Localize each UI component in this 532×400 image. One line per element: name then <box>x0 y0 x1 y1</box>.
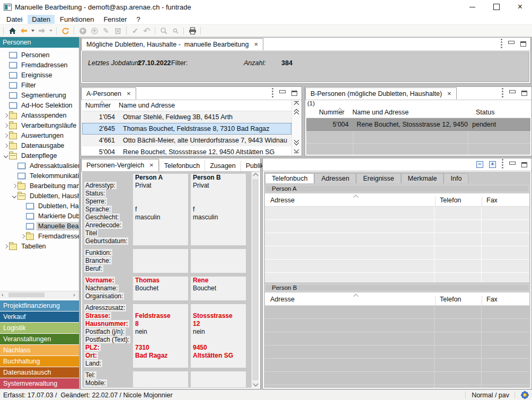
settings-gear-icon[interactable] <box>521 391 529 399</box>
tree-expander[interactable] <box>2 54 9 57</box>
scroll-left-icon[interactable]: ‹ <box>2 293 5 296</box>
person-b-value[interactable] <box>191 198 250 206</box>
tree-expander[interactable] <box>11 194 17 198</box>
person-a-value[interactable] <box>133 249 191 257</box>
person-a-value[interactable] <box>133 360 191 368</box>
tree-expander[interactable] <box>2 64 9 67</box>
tree-expander[interactable] <box>2 84 9 87</box>
search-small-icon[interactable] <box>170 25 181 36</box>
tree-item[interactable]: Fremdadressen <box>0 231 79 241</box>
tree-item[interactable]: Datenausgabe <box>0 140 79 150</box>
column-header-telefon[interactable]: Telefon <box>435 296 482 305</box>
tree-item[interactable]: Dubletten, Haus <box>0 201 79 211</box>
detail-tab[interactable]: Telefonbuch <box>265 173 314 183</box>
tree-expander[interactable] <box>2 144 9 147</box>
panel-options-icon[interactable] <box>502 162 503 163</box>
person-a-value[interactable]: masculin <box>133 214 191 221</box>
print-icon[interactable] <box>187 25 198 36</box>
tab-personen-vergleich[interactable]: Personen-Vergleich × <box>81 159 159 171</box>
tree-item[interactable]: Tabellen <box>0 241 79 251</box>
panel-maximize-icon[interactable] <box>521 91 527 96</box>
table-row-empty[interactable] <box>265 359 529 372</box>
expand-all-icon[interactable]: + <box>489 161 496 168</box>
person-a-value[interactable] <box>133 190 191 198</box>
scrollbar-thumb[interactable] <box>8 292 45 297</box>
person-b-value[interactable] <box>191 221 250 229</box>
minimize-button[interactable] <box>460 0 484 14</box>
close-button[interactable]: × <box>508 0 532 14</box>
accordion-section[interactable]: Logistik <box>0 323 79 333</box>
table-row-empty[interactable] <box>265 207 529 220</box>
person-b-value[interactable]: Bouchet <box>191 285 250 292</box>
person-b-value[interactable] <box>191 265 250 273</box>
person-a-value[interactable]: f <box>133 206 191 214</box>
accordion-section[interactable]: Projektfinanzierung <box>0 300 79 311</box>
back-icon[interactable] <box>18 25 30 36</box>
panel-maximize-icon[interactable] <box>521 162 527 167</box>
table-row[interactable]: 1'054 Otmar Stehlé, Feldweg 3B, 6415 Art… <box>82 111 291 123</box>
search-icon[interactable] <box>158 25 170 36</box>
tree-item[interactable]: Segmentierung <box>0 90 79 100</box>
tree-item[interactable]: Verarbeitungsläufe <box>0 120 79 130</box>
panel-maximize-icon[interactable] <box>520 41 526 47</box>
menu-item[interactable]: ? <box>132 15 144 24</box>
close-tab-icon[interactable]: × <box>149 161 154 169</box>
table-row[interactable]: 2'645 Thomas Bouchet, Feldstrasse 8, 731… <box>82 123 291 135</box>
person-b-value[interactable]: f <box>191 206 250 214</box>
close-tab-icon[interactable]: × <box>254 40 258 48</box>
tree-item[interactable]: Dubletten, Haushalt <box>0 191 79 201</box>
column-header-nummer[interactable]: Nummer <box>82 102 115 111</box>
tree-item[interactable]: Anlassspenden <box>0 110 79 120</box>
tree-item[interactable]: Personen <box>0 50 79 60</box>
add-alt-icon[interactable]: + <box>88 25 100 36</box>
person-a-value[interactable]: Bad Ragaz <box>133 352 191 360</box>
vertical-scrollbar[interactable] <box>251 172 259 388</box>
table-row-empty[interactable] <box>265 273 529 282</box>
tree-item[interactable]: Manuelle Bearbe <box>0 221 79 231</box>
tree-expander[interactable] <box>2 74 9 77</box>
table-row-empty[interactable] <box>265 233 529 246</box>
tree-expander[interactable] <box>19 225 26 228</box>
tab-a-personen[interactable]: A-Personen × <box>81 87 136 100</box>
person-b-value[interactable]: 12 <box>191 320 250 328</box>
maximize-button[interactable] <box>484 0 508 14</box>
person-a-value[interactable]: 7310 <box>133 344 191 352</box>
tree-expander[interactable] <box>2 154 9 157</box>
scroll-to-bottom-icon[interactable] <box>294 153 299 153</box>
table-row-empty[interactable] <box>306 144 530 155</box>
person-a-value[interactable] <box>133 265 191 273</box>
person-b-value[interactable]: Privat <box>191 182 250 190</box>
person-b-value[interactable] <box>191 229 250 237</box>
tree-expander[interactable] <box>2 134 9 137</box>
table-row-empty[interactable] <box>265 385 529 388</box>
person-b-value[interactable] <box>191 292 250 300</box>
person-b-value[interactable] <box>191 371 250 379</box>
person-a-value[interactable]: nein <box>133 328 191 336</box>
column-header-status[interactable]: Status <box>472 109 530 118</box>
column-header-name[interactable]: Name und Adresse <box>115 102 178 111</box>
person-a-value[interactable]: Privat <box>133 182 191 190</box>
column-header-adresse[interactable]: Adresse <box>265 197 435 206</box>
tree-expander[interactable] <box>2 94 9 97</box>
accordion-section[interactable]: Nachlass <box>0 345 79 355</box>
tree-item[interactable]: Markierte Dublet <box>0 211 79 221</box>
menu-item[interactable]: Datei <box>2 15 26 24</box>
tree-item[interactable]: Bearbeitung manue <box>0 181 79 191</box>
person-a-value[interactable] <box>133 257 191 265</box>
panel-minimize-icon[interactable] <box>508 41 515 44</box>
panel-options-icon[interactable] <box>272 91 273 92</box>
column-header-fax[interactable]: Fax <box>482 296 529 305</box>
tree-item[interactable]: Filter <box>0 80 79 90</box>
person-a-value[interactable] <box>133 237 191 245</box>
scroll-to-top-icon[interactable] <box>294 102 299 108</box>
edit-icon[interactable]: ✎ <box>100 25 112 36</box>
column-header-telefon[interactable]: Telefon <box>435 197 482 206</box>
table-row-empty[interactable] <box>265 372 529 385</box>
tree-expander[interactable] <box>2 124 9 127</box>
tab-telefonbuch[interactable]: Telefonbuch <box>159 161 205 171</box>
tree-item[interactable]: Telekommunikations <box>0 171 79 181</box>
person-b-value[interactable] <box>191 249 250 257</box>
scroll-to-bottom-icon[interactable] <box>294 147 299 153</box>
column-header-fax[interactable]: Fax <box>482 197 529 206</box>
person-b-value[interactable] <box>191 304 250 312</box>
